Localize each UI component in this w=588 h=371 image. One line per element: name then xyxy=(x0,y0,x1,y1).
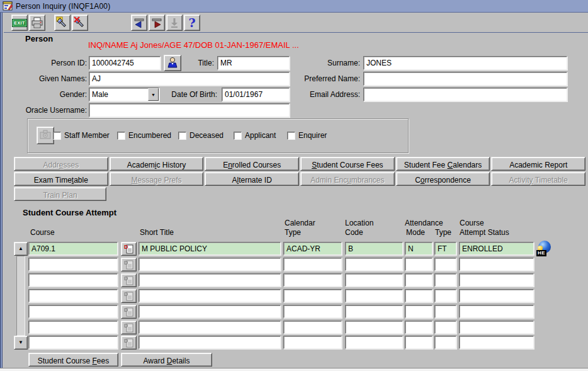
scrollbar-track[interactable] xyxy=(16,256,25,336)
short-title-cell[interactable] xyxy=(139,336,281,349)
calendar-type-cell[interactable] xyxy=(283,273,342,287)
enquirer-checkbox[interactable] xyxy=(287,132,295,140)
attendance-type-cell[interactable]: FT xyxy=(434,242,456,255)
attempt-status-cell[interactable] xyxy=(459,305,534,318)
staff-member-checkbox[interactable] xyxy=(53,132,61,140)
course-detail-button[interactable]: D xyxy=(121,289,137,303)
short-title-cell[interactable] xyxy=(139,258,281,271)
attendance-mode-cell[interactable] xyxy=(405,273,433,287)
attendance-mode-cell[interactable]: N xyxy=(405,242,433,255)
message-prefs-button[interactable]: Message Prefs xyxy=(110,172,204,186)
previous-block-button[interactable] xyxy=(131,14,147,31)
attendance-mode-cell[interactable] xyxy=(405,258,433,271)
attendance-type-cell[interactable] xyxy=(434,336,456,349)
academic-report-button[interactable]: Academic Report xyxy=(491,157,585,171)
exam-timetable-button[interactable]: Exam Timetable xyxy=(14,172,108,186)
attempt-status-cell[interactable] xyxy=(459,258,534,271)
train-plan-button[interactable]: Train Plan xyxy=(14,187,106,201)
attendance-mode-cell[interactable] xyxy=(405,336,433,349)
attendance-type-cell[interactable] xyxy=(434,273,456,287)
scrollbar-down-button[interactable]: ▼ xyxy=(14,336,28,350)
next-block-button[interactable] xyxy=(149,14,165,31)
window-icon[interactable] xyxy=(3,1,13,11)
title-bar[interactable]: Person Inquiry (INQF1A00) xyxy=(0,0,588,13)
cancel-query-button[interactable] xyxy=(72,14,88,31)
course-detail-button[interactable]: D xyxy=(121,305,137,319)
course-detail-button[interactable]: D xyxy=(121,336,137,350)
calendar-type-cell[interactable] xyxy=(283,336,342,349)
activity-timetable-button[interactable]: Activity Timetable xyxy=(491,172,585,186)
attendance-type-cell[interactable] xyxy=(434,289,456,302)
admin-encumbrances-button[interactable]: Admin Encumbrances xyxy=(300,172,395,186)
course-cell[interactable] xyxy=(28,289,118,302)
help-button[interactable]: ? xyxy=(184,14,200,31)
location-code-cell[interactable] xyxy=(345,336,403,349)
short-title-cell[interactable]: M PUBLIC POLICY xyxy=(139,242,281,255)
course-cell[interactable]: A709.1 xyxy=(28,242,118,255)
attendance-mode-cell[interactable] xyxy=(405,289,433,302)
course-detail-button[interactable]: D xyxy=(121,242,137,256)
alternate-id-button[interactable]: Alternate ID xyxy=(205,172,299,186)
calendar-type-cell[interactable] xyxy=(283,305,342,318)
scrollbar-up-button[interactable]: ▲ xyxy=(14,242,28,256)
gender-dropdown[interactable]: Male ▼ xyxy=(89,88,159,101)
location-code-cell[interactable] xyxy=(345,289,403,302)
preferred-name-field[interactable] xyxy=(363,72,567,86)
correspondence-button[interactable]: Correspondence xyxy=(396,172,490,186)
location-code-cell[interactable] xyxy=(345,305,403,318)
course-detail-button[interactable]: D xyxy=(121,321,137,334)
encumbered-checkbox[interactable] xyxy=(117,132,125,140)
course-detail-button[interactable]: D xyxy=(121,273,137,287)
attendance-mode-cell[interactable] xyxy=(405,321,433,334)
calendar-type-cell[interactable] xyxy=(283,258,342,271)
surname-field[interactable]: JONES xyxy=(363,56,567,70)
short-title-cell[interactable] xyxy=(139,321,281,334)
location-code-cell[interactable]: B xyxy=(345,242,403,255)
attempt-status-cell[interactable]: ENROLLED xyxy=(459,242,534,255)
short-title-cell[interactable] xyxy=(139,289,281,302)
date-of-birth-field[interactable]: 01/01/1967 xyxy=(222,88,290,101)
student-fee-calendars-button[interactable]: Student Fee Calendars xyxy=(396,157,490,171)
location-code-cell[interactable] xyxy=(345,258,403,271)
exit-button[interactable]: EXIT xyxy=(11,14,28,31)
attendance-mode-cell[interactable] xyxy=(405,305,433,318)
enter-query-button[interactable] xyxy=(54,14,71,31)
attendance-type-cell[interactable] xyxy=(434,305,456,318)
student-course-fees-footer-button[interactable]: Student Course Fees xyxy=(28,353,118,367)
gender-dropdown-arrow[interactable]: ▼ xyxy=(148,88,159,101)
oracle-username-field[interactable] xyxy=(89,103,290,117)
email-address-field[interactable] xyxy=(363,88,567,101)
deceased-checkbox[interactable] xyxy=(178,132,186,140)
title-field[interactable]: MR xyxy=(217,56,290,70)
person-id-field[interactable]: 1000042745 xyxy=(89,56,161,70)
course-cell[interactable] xyxy=(28,305,118,318)
academic-history-button[interactable]: Academic History xyxy=(110,157,204,171)
course-detail-button[interactable]: D xyxy=(121,258,137,271)
applicant-checkbox[interactable] xyxy=(234,132,242,140)
course-cell[interactable] xyxy=(28,336,118,349)
enrolled-courses-button[interactable]: Enrolled Courses xyxy=(205,157,299,171)
location-code-cell[interactable] xyxy=(345,321,403,334)
addresses-button[interactable]: Addresses xyxy=(14,157,108,171)
print-button[interactable] xyxy=(29,14,45,31)
scroll-down-button[interactable] xyxy=(166,14,183,31)
calendar-type-cell[interactable]: ACAD-YR xyxy=(283,242,342,255)
course-cell[interactable] xyxy=(28,321,118,334)
course-cell[interactable] xyxy=(28,273,118,287)
calendar-type-cell[interactable] xyxy=(283,321,342,334)
attendance-type-cell[interactable] xyxy=(434,258,456,271)
attempt-status-cell[interactable] xyxy=(459,336,534,349)
short-title-cell[interactable] xyxy=(139,273,281,287)
attempt-status-cell[interactable] xyxy=(459,289,534,302)
location-code-cell[interactable] xyxy=(345,273,403,287)
attendance-type-cell[interactable] xyxy=(434,321,456,334)
attempt-status-cell[interactable] xyxy=(459,321,534,334)
award-details-button[interactable]: Award Details xyxy=(121,353,212,367)
photo-button[interactable] xyxy=(37,127,54,144)
record-scrollbar[interactable]: ▲ ▼ xyxy=(14,242,28,350)
calendar-type-cell[interactable] xyxy=(283,289,342,302)
given-names-field[interactable]: AJ xyxy=(89,72,290,86)
course-cell[interactable] xyxy=(28,258,118,271)
student-course-fees-button[interactable]: Student Course Fees xyxy=(300,157,395,171)
short-title-cell[interactable] xyxy=(139,305,281,318)
